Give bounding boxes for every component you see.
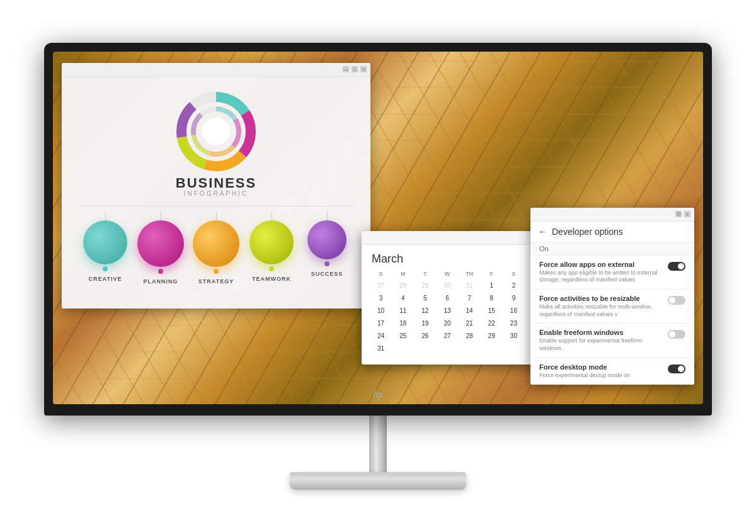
dev-item-2-title: Force activities to be resizable [539, 295, 663, 302]
close-btn[interactable]: × [360, 66, 367, 72]
dev-restore-btn[interactable]: ⊡ [675, 211, 682, 217]
minimize-btn[interactable]: — [343, 66, 349, 72]
dev-header: ← Developer options [530, 222, 694, 242]
back-arrow-icon[interactable]: ← [538, 227, 547, 237]
monitor-bezel: — □ × [44, 43, 712, 416]
circle-strategy: STRATEGY [188, 212, 244, 285]
calendar-titlebar: ⊡ × [362, 231, 551, 245]
monitor-wrapper: — □ × [32, 43, 724, 490]
dev-close-btn[interactable]: × [684, 211, 690, 217]
infographic-subtitle: INFOGRAPHIC [184, 190, 248, 197]
dev-item-1-title: Force allow apps on external [539, 261, 663, 268]
monitor-stand [290, 416, 466, 490]
hp-logo: hp [373, 389, 383, 400]
calendar-month: March [362, 245, 533, 269]
maximize-btn[interactable]: □ [352, 66, 358, 72]
svg-point-12 [202, 118, 230, 145]
dev-toggle-4[interactable] [668, 365, 685, 373]
dev-item-3-title: Enable freeform windows [539, 329, 663, 336]
infographic-content: BUSINESS INFOGRAPHIC CREATIVE [72, 87, 360, 285]
developer-options-panel: ⊡ × ← Developer options On Force allow a… [530, 208, 694, 385]
dev-item-2: Force activities to be resizable Make al… [530, 290, 694, 324]
dev-toggle-2[interactable] [668, 296, 685, 305]
infographic-title: BUSINESS [176, 176, 256, 190]
dev-item-4: Force desktop mode Force experimental de… [530, 358, 694, 385]
dev-item-1: Force allow apps on external Makes any a… [530, 256, 694, 290]
dev-item-4-title: Force desktop mode [539, 363, 663, 371]
stand-base [290, 472, 466, 490]
dev-item-3: Enable freeform windows Enable support f… [530, 324, 694, 358]
screen: — □ × [53, 52, 703, 404]
dev-item-4-desc: Force experimental destop mode on [539, 372, 663, 380]
circle-success: SUCCESS [299, 212, 355, 277]
infographic-titlebar: — □ × [62, 63, 370, 77]
circle-creative: CREATIVE [77, 212, 133, 282]
infographic-panel: — □ × [62, 63, 370, 308]
dev-item-2-desc: Make all activities resizable for multi-… [539, 303, 663, 318]
circle-teamwork: TEAMWORK [244, 212, 299, 282]
dev-item-3-desc: Enable support for experimental freeform… [539, 337, 663, 352]
dev-titlebar: ⊡ × [530, 208, 694, 222]
dev-title: Developer options [552, 227, 623, 237]
donut-chart [175, 91, 257, 173]
dev-item-1-desc: Makes any app eligible to be written to … [539, 269, 663, 284]
circle-planning: PLANNING [133, 212, 188, 285]
dev-toggle-1[interactable] [668, 262, 685, 271]
calendar-panel: ⊡ × March S M T W TH F [362, 231, 551, 365]
stand-neck [369, 416, 387, 472]
calendar-grid: S M T W TH F S 27 28 29 [362, 269, 533, 365]
dev-toggle-3[interactable] [668, 330, 685, 339]
dev-on-label: On [530, 242, 694, 256]
